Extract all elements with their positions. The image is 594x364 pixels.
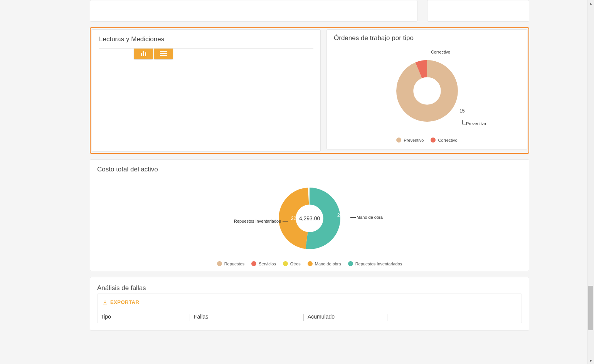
swatch-icon [283, 261, 288, 266]
column-separator [387, 314, 387, 321]
divider [99, 48, 313, 49]
readings-card: Lecturas y Mediciones [92, 29, 321, 152]
top-cards-row [90, 0, 529, 22]
swatch-icon [308, 261, 313, 266]
legend-label: Servicios [259, 262, 276, 266]
column-separator [190, 314, 190, 321]
svg-rect-2 [145, 52, 146, 56]
column-acumulado[interactable]: Acumulado [308, 314, 387, 323]
connector-line [454, 53, 454, 60]
svg-rect-1 [143, 51, 144, 56]
connector-line [462, 124, 466, 124]
orders-by-type-card: Órdenes de trabajo por tipo Correctivo 1… [326, 29, 527, 149]
swatch-icon [251, 261, 256, 266]
scroll-down-icon[interactable]: ▼ [587, 357, 594, 364]
legend-label: Repuestos Inventariados [355, 262, 402, 266]
failures-table-header: Tipo Fallas Acumulado [101, 314, 518, 323]
bar-chart-icon [140, 51, 146, 56]
export-label: EXPORTAR [110, 299, 139, 305]
column-fallas[interactable]: Fallas [194, 314, 303, 323]
legend-repuestos: Repuestos [217, 261, 245, 266]
failure-analysis-card: Análisis de fallas EXPORTAR Tipo Fallas … [90, 277, 529, 330]
value-correctivo: 1 [453, 62, 456, 67]
hamburger-icon [160, 51, 167, 56]
swatch-icon [396, 138, 401, 143]
cost-title: Costo total del activo [97, 166, 522, 173]
vertical-divider [132, 48, 132, 140]
column-separator [303, 314, 304, 321]
list-view-button[interactable] [154, 48, 173, 59]
label-mano-obra: Mano de obra [357, 215, 383, 220]
cost-legend: Repuestos Servicios Otros Mano de obra R… [97, 261, 522, 266]
asset-cost-card: Costo total del activo 4,293.00 Repuesto… [90, 159, 529, 271]
orders-legend: Preventivo Correctivo [334, 138, 520, 143]
orders-donut-chart: Correctivo 1 15 Preventivo [334, 47, 520, 135]
legend-label: Correctivo [438, 138, 457, 143]
view-toggle-group [134, 48, 301, 59]
legend-label: Repuestos [224, 262, 245, 266]
legend-servicios: Servicios [251, 261, 276, 266]
svg-rect-4 [160, 53, 167, 54]
swatch-icon [348, 261, 353, 266]
download-icon [102, 299, 108, 305]
value-preventivo: 15 [459, 108, 464, 114]
export-button[interactable]: EXPORTAR [102, 299, 518, 305]
label-correctivo: Correctivo [431, 50, 450, 54]
orders-donut-svg [394, 58, 460, 124]
page: ▲ ▼ Lecturas y Mediciones [0, 0, 594, 364]
readings-title: Lecturas y Mediciones [99, 35, 313, 43]
label-preventivo: Preventivo [466, 121, 486, 126]
svg-rect-5 [160, 55, 167, 56]
connector-line [350, 217, 356, 218]
swatch-icon [431, 138, 436, 143]
legend-label: Otros [290, 262, 301, 266]
vertical-scrollbar[interactable]: ▲ ▼ [587, 0, 594, 364]
svg-rect-3 [160, 51, 167, 52]
scroll-thumb[interactable] [588, 286, 593, 330]
label-repuestos-inv: Repuestos Inventariados [234, 219, 281, 223]
highlighted-card-row: Lecturas y Mediciones [90, 27, 529, 154]
legend-label: Mano de obra [315, 262, 341, 266]
top-card-right [427, 0, 529, 22]
cost-center-value: 4,293.00 [299, 215, 320, 221]
swatch-icon [217, 261, 222, 266]
orders-title: Órdenes de trabajo por tipo [334, 34, 520, 42]
legend-otros: Otros [283, 261, 301, 266]
value-mano-obra: 2000 [337, 213, 348, 218]
cost-donut-chart: 4,293.00 Repuestos Inventariados 2253 Ma… [97, 178, 522, 259]
legend-repuestos-inv: Repuestos Inventariados [348, 261, 402, 266]
connector-line [462, 120, 463, 124]
legend-label: Preventivo [404, 138, 424, 143]
connector-line [283, 221, 288, 221]
top-card-left [90, 0, 417, 22]
failures-title: Análisis de fallas [97, 284, 522, 292]
svg-rect-0 [141, 53, 142, 56]
legend-correctivo: Correctivo [431, 138, 457, 143]
main-content: Lecturas y Mediciones [90, 0, 529, 330]
divider [134, 61, 301, 61]
value-repuestos-inv: 2253 [291, 216, 301, 221]
legend-mano-obra: Mano de obra [308, 261, 341, 266]
column-tipo[interactable]: Tipo [101, 314, 190, 323]
chart-view-button[interactable] [134, 48, 153, 59]
legend-preventivo: Preventivo [396, 138, 424, 143]
scroll-up-icon[interactable]: ▲ [587, 0, 594, 7]
